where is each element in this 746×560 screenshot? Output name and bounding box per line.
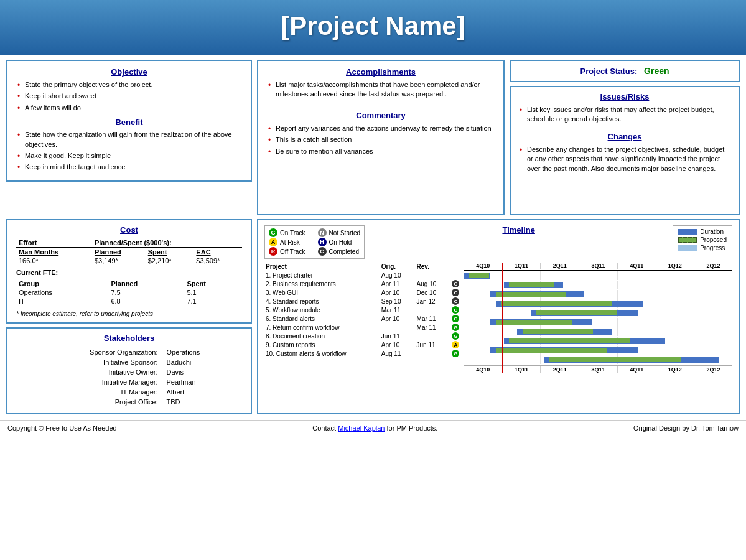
list-item: State how the organization will gain fro… <box>16 130 242 149</box>
gantt-chart: Project Orig. Rev. 1. Project charterAug… <box>264 263 732 373</box>
cost-panel: Cost Effort Planned/Spent ($000's): Man … <box>6 219 252 324</box>
list-item: Make it good. Keep it simple <box>16 151 242 161</box>
gantt-bars: 4Q101Q112Q113Q114Q111Q122Q124Q101Q112Q11… <box>464 263 732 373</box>
list-item: Keep in mind the target audience <box>16 162 242 172</box>
fte-col-spent: Spent <box>184 279 242 289</box>
s-val-4: Albert <box>163 388 241 396</box>
issues-list: List key issues and/or risks that may af… <box>518 105 731 124</box>
status-label-completed: Completed <box>329 248 359 255</box>
fte-col-group: Group <box>16 279 108 289</box>
status-label-notstarted: Not Started <box>329 230 361 236</box>
accomplishments-panel: Accomplishments List major tasks/accompl… <box>257 60 505 215</box>
table-row: 3. Web GUIApr 10Dec 10C <box>264 288 464 297</box>
legend-bar-duration <box>678 229 697 235</box>
col-spent: Spent <box>146 248 194 257</box>
project-status-value: Green <box>644 66 669 76</box>
s-label-5: Project Office: <box>17 398 162 406</box>
list-item: Be sure to mention all variances <box>267 147 495 156</box>
list-item: State the primary objectives of the proj… <box>16 80 242 90</box>
s-label-0: Sponsor Organization: <box>17 348 162 357</box>
table-row: 8. Document creationJun 11G <box>264 332 464 340</box>
footer-mid-after: for PM Products. <box>385 424 437 432</box>
table-row: 10. Custom alerts & workflowAug 11G <box>264 349 464 358</box>
stakeholders-panel: Stakeholders Sponsor Organization:Operat… <box>6 327 252 414</box>
col-status <box>450 263 464 271</box>
fte-col-planned: Planned <box>108 279 184 289</box>
issues-title: Issues/Risks <box>518 92 731 101</box>
table-row: 6. Standard alertsApr 10Mar 11G <box>264 314 464 323</box>
footer-link[interactable]: Michael Kaplan <box>338 424 385 432</box>
legend-label-duration: Duration <box>700 228 724 235</box>
list-item: Keep it short and sweet <box>16 91 242 101</box>
legend-bar-proposed <box>678 237 697 243</box>
table-row: 5. Workflow moduleMar 11G <box>264 306 464 314</box>
col-eac: EAC <box>193 248 242 257</box>
list-item: List key issues and/or risks that may af… <box>518 105 731 124</box>
fte-row1-planned: 7.5 <box>108 288 184 297</box>
table-row: 7. Return confirm workflowMar 11G <box>264 323 464 332</box>
project-status-label: Project Status: <box>580 67 637 76</box>
s-val-3: Pearlman <box>163 378 241 386</box>
objective-panel: Objective State the primary objectives o… <box>6 60 252 182</box>
cost-note: * Incomplete estimate, refer to underlyi… <box>16 310 242 317</box>
legend-label-progress: Progress <box>700 245 725 251</box>
list-item: Describe any changes to the project obje… <box>518 145 731 174</box>
effort-label: Effort <box>16 238 92 248</box>
timeline-title: Timeline <box>371 225 666 235</box>
table-row: 4. Standard reportsSep 10Jan 12C <box>264 297 464 306</box>
gantt-project-list: Project Orig. Rev. 1. Project charterAug… <box>264 263 464 373</box>
s-label-3: Initiative Manager: <box>17 378 162 386</box>
status-legend: G On Track N Not Started A At Risk H On … <box>264 225 365 259</box>
accomplishments-title: Accomplishments <box>267 67 495 77</box>
planned-spent-label: Planned/Spent ($000's): <box>92 238 242 248</box>
status-item-green: G On Track <box>269 228 312 237</box>
objective-title: Objective <box>16 67 242 77</box>
objective-list: State the primary objectives of the proj… <box>16 80 242 113</box>
page-title: [Project Name] <box>0 11 746 41</box>
val-eac: $3,509* <box>193 256 242 265</box>
fte-row1-spent: 5.1 <box>184 288 242 297</box>
status-label-atrisk: At Risk <box>280 239 300 246</box>
status-item-notstarted: N Not Started <box>318 228 361 237</box>
project-status-panel: Project Status: Green <box>510 60 740 82</box>
col-project: Project <box>264 263 380 271</box>
table-row: 1. Project charterAug 10 <box>264 271 464 280</box>
s-val-0: Operations <box>163 348 241 357</box>
status-label-offtrack: Off Track <box>280 248 305 255</box>
col-manmonths: Man Months <box>16 248 92 257</box>
header: [Project Name] <box>0 0 746 55</box>
s-label-1: Initiative Sponsor: <box>17 358 162 366</box>
list-item: A few items will do <box>16 103 242 113</box>
footer: Copyright © Free to Use As Needed Contac… <box>0 420 746 436</box>
status-circle-gray: N <box>318 228 327 237</box>
status-label-green: On Track <box>280 230 305 236</box>
timeline-legend: Duration Proposed Progress <box>673 225 732 254</box>
status-item-completed: C Completed <box>318 247 361 256</box>
fte-row2-group: IT <box>16 297 108 306</box>
table-row: 9. Custom reportsApr 10Jun 11A <box>264 340 464 349</box>
commentary-list: Report any variances and the actions und… <box>267 124 495 156</box>
changes-title: Changes <box>518 132 731 141</box>
s-val-5: TBD <box>163 398 241 406</box>
changes-list: Describe any changes to the project obje… <box>518 145 731 174</box>
legend-bar-progress <box>678 245 697 251</box>
commentary-title: Commentary <box>267 111 495 120</box>
list-item: List major tasks/accomplishments that ha… <box>267 80 495 100</box>
table-row: 2. Business requirementsApr 11Aug 10C <box>264 279 464 288</box>
s-label-2: Initiative Owner: <box>17 368 162 376</box>
val-planned: $3,149* <box>92 256 146 265</box>
s-val-1: Baduchi <box>163 358 241 366</box>
status-item-atrisk: A At Risk <box>269 238 312 246</box>
benefit-list: State how the organization will gain fro… <box>16 130 242 172</box>
status-circle-black: C <box>318 247 327 256</box>
s-val-2: Davis <box>163 368 241 376</box>
fte-row1-group: Operations <box>16 288 108 297</box>
footer-mid-before: Contact <box>312 424 338 432</box>
status-circle-green: G <box>269 228 277 237</box>
val-spent: $2,210* <box>146 256 194 265</box>
footer-left: Copyright © Free to Use As Needed <box>7 424 117 432</box>
legend-proposed: Proposed <box>678 236 727 243</box>
timeline-panel: G On Track N Not Started A At Risk H On … <box>257 219 740 414</box>
fte-label: Current FTE: <box>16 269 242 276</box>
status-item-onhold: H On Hold <box>318 238 361 246</box>
